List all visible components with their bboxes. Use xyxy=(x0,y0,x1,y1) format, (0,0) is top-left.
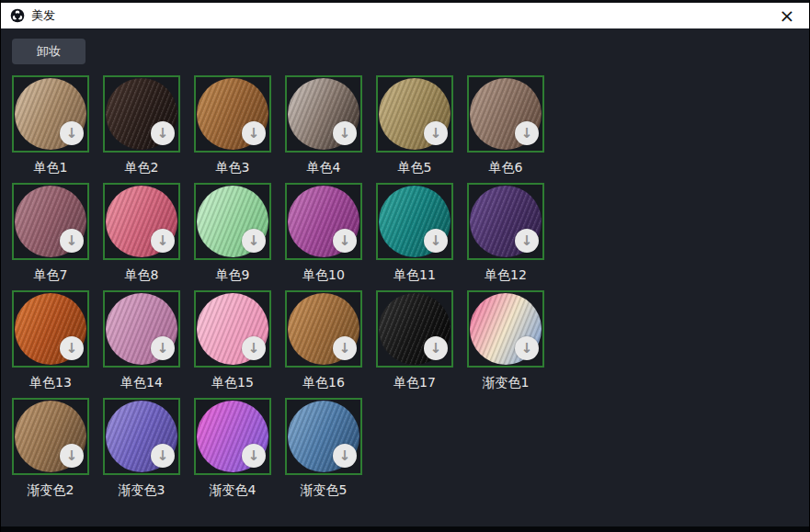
hair-swatch-tile[interactable]: ↓ xyxy=(12,398,89,475)
hair-swatch-label: 单色2 xyxy=(103,153,180,183)
hair-swatch-label: 单色17 xyxy=(376,368,453,398)
hair-swatch-image: ↓ xyxy=(15,78,86,150)
hair-swatch-tile[interactable]: ↓ xyxy=(12,290,89,368)
hair-swatch-image: ↓ xyxy=(106,186,177,257)
close-icon[interactable]: × xyxy=(774,6,800,25)
download-icon[interactable]: ↓ xyxy=(333,336,357,360)
hair-swatch-label: 单色3 xyxy=(194,153,271,183)
hair-swatch-tile[interactable]: ↓ xyxy=(194,75,271,153)
hair-swatch-label: 渐变色1 xyxy=(467,368,544,398)
hair-color-item: ↓ 单色1 xyxy=(12,75,89,183)
down-arrow-icon: ↓ xyxy=(157,449,169,463)
hair-color-item: ↓ 单色17 xyxy=(376,290,453,398)
down-arrow-icon: ↓ xyxy=(157,127,169,141)
hair-color-item: ↓ 单色6 xyxy=(467,75,544,183)
hair-color-item: ↓ 渐变色3 xyxy=(103,398,180,505)
hair-color-item: ↓ 渐变色2 xyxy=(12,398,89,505)
hair-swatch-tile[interactable]: ↓ xyxy=(285,398,362,475)
hair-swatch-image: ↓ xyxy=(15,293,86,365)
download-icon[interactable]: ↓ xyxy=(60,336,84,360)
hair-color-item: ↓ 单色13 xyxy=(12,290,89,398)
download-icon[interactable]: ↓ xyxy=(151,336,175,360)
titlebar[interactable]: 美发 × xyxy=(1,3,809,28)
download-icon[interactable]: ↓ xyxy=(333,229,357,253)
down-arrow-icon: ↓ xyxy=(430,342,442,356)
download-icon[interactable]: ↓ xyxy=(333,444,357,468)
download-icon[interactable]: ↓ xyxy=(242,229,266,253)
hair-swatch-tile[interactable]: ↓ xyxy=(285,290,362,368)
hair-swatch-label: 渐变色3 xyxy=(103,475,180,505)
download-icon[interactable]: ↓ xyxy=(60,444,84,468)
hair-swatch-image: ↓ xyxy=(197,78,268,150)
hair-swatch-label: 单色13 xyxy=(12,368,89,398)
download-icon[interactable]: ↓ xyxy=(242,444,266,468)
hair-color-item: ↓ 渐变色4 xyxy=(194,398,271,505)
hair-swatch-image: ↓ xyxy=(15,186,86,257)
download-icon[interactable]: ↓ xyxy=(515,336,539,360)
hair-swatch-tile[interactable]: ↓ xyxy=(194,183,271,260)
hair-swatch-label: 单色15 xyxy=(194,368,271,398)
down-arrow-icon: ↓ xyxy=(339,234,351,248)
down-arrow-icon: ↓ xyxy=(66,234,78,248)
hair-swatch-tile[interactable]: ↓ xyxy=(103,398,180,475)
hair-swatch-tile[interactable]: ↓ xyxy=(194,290,271,368)
down-arrow-icon: ↓ xyxy=(339,342,351,356)
download-icon[interactable]: ↓ xyxy=(242,121,266,145)
download-icon[interactable]: ↓ xyxy=(424,229,448,253)
hair-color-item: ↓ 渐变色5 xyxy=(285,398,362,505)
hair-swatch-tile[interactable]: ↓ xyxy=(285,75,362,153)
down-arrow-icon: ↓ xyxy=(430,234,442,248)
down-arrow-icon: ↓ xyxy=(339,127,351,141)
hair-swatch-label: 单色6 xyxy=(467,153,544,183)
download-icon[interactable]: ↓ xyxy=(333,121,357,145)
hair-color-item: ↓ 单色2 xyxy=(103,75,180,183)
hair-swatch-label: 单色8 xyxy=(103,260,180,290)
hair-style-dialog: 美发 × 卸妆 ↓ 单色1 ↓ 单色2 xyxy=(0,0,810,532)
download-icon[interactable]: ↓ xyxy=(515,121,539,145)
remove-makeup-button[interactable]: 卸妆 xyxy=(12,39,86,64)
download-icon[interactable]: ↓ xyxy=(151,121,175,145)
hair-color-item: ↓ 渐变色1 xyxy=(467,290,544,398)
hair-swatch-image: ↓ xyxy=(288,78,359,150)
hair-swatch-tile[interactable]: ↓ xyxy=(103,75,180,153)
hair-swatch-label: 单色11 xyxy=(376,260,453,290)
hair-swatch-tile[interactable]: ↓ xyxy=(467,290,544,368)
hair-swatch-label: 单色5 xyxy=(376,153,453,183)
hair-swatch-tile[interactable]: ↓ xyxy=(467,183,544,260)
hair-color-item: ↓ 单色10 xyxy=(285,183,362,290)
down-arrow-icon: ↓ xyxy=(157,234,169,248)
download-icon[interactable]: ↓ xyxy=(515,229,539,253)
hair-swatch-tile[interactable]: ↓ xyxy=(194,398,271,475)
download-icon[interactable]: ↓ xyxy=(424,121,448,145)
download-icon[interactable]: ↓ xyxy=(424,336,448,360)
hair-swatch-tile[interactable]: ↓ xyxy=(12,183,89,260)
hair-swatch-label: 单色16 xyxy=(285,368,362,398)
download-icon[interactable]: ↓ xyxy=(242,336,266,360)
download-icon[interactable]: ↓ xyxy=(60,121,84,145)
down-arrow-icon: ↓ xyxy=(248,449,260,463)
hair-swatch-label: 单色1 xyxy=(12,153,89,183)
hair-color-item: ↓ 单色16 xyxy=(285,290,362,398)
hair-swatch-image: ↓ xyxy=(197,293,268,365)
hair-swatch-label: 单色9 xyxy=(194,260,271,290)
hair-color-item: ↓ 单色14 xyxy=(103,290,180,398)
download-icon[interactable]: ↓ xyxy=(151,229,175,253)
hair-swatch-tile[interactable]: ↓ xyxy=(376,183,453,260)
hair-swatch-tile[interactable]: ↓ xyxy=(376,75,453,153)
hair-color-grid: ↓ 单色1 ↓ 单色2 ↓ 单色3 xyxy=(12,75,798,505)
hair-swatch-image: ↓ xyxy=(15,401,86,472)
download-icon[interactable]: ↓ xyxy=(60,229,84,253)
hair-swatch-tile[interactable]: ↓ xyxy=(285,183,362,260)
down-arrow-icon: ↓ xyxy=(66,127,78,141)
hair-color-item: ↓ 单色7 xyxy=(12,183,89,290)
hair-swatch-tile[interactable]: ↓ xyxy=(103,290,180,368)
hair-swatch-tile[interactable]: ↓ xyxy=(467,75,544,153)
hair-swatch-image: ↓ xyxy=(470,78,542,150)
hair-swatch-tile[interactable]: ↓ xyxy=(376,290,453,368)
download-icon[interactable]: ↓ xyxy=(151,444,175,468)
hair-swatch-tile[interactable]: ↓ xyxy=(103,183,180,260)
hair-swatch-image: ↓ xyxy=(106,401,177,472)
hair-swatch-tile[interactable]: ↓ xyxy=(12,75,89,153)
down-arrow-icon: ↓ xyxy=(521,127,533,141)
hair-swatch-image: ↓ xyxy=(288,401,359,472)
